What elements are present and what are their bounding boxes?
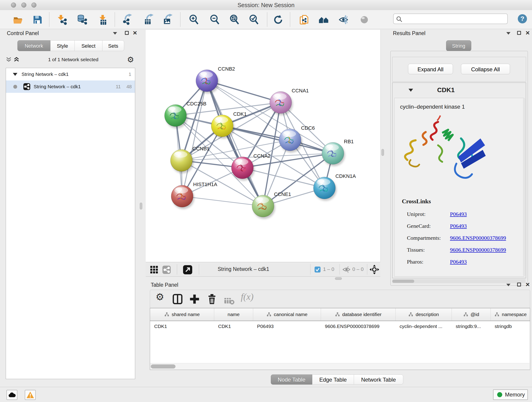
crosslink-link[interactable]: 9606.ENSP00000378699: [450, 235, 506, 241]
open-session-button[interactable]: [12, 14, 23, 25]
network-collection-row[interactable]: String Network – cdk1 1: [6, 68, 135, 80]
network-label: String Network – cdk1: [34, 84, 81, 89]
column-tree-icon: [335, 312, 340, 317]
node-label: RB1: [344, 139, 354, 144]
expand-all-icon[interactable]: [13, 56, 19, 63]
home-button[interactable]: [318, 14, 329, 25]
crosslink-link[interactable]: 9606.ENSP00000378699: [450, 247, 506, 253]
tab-select[interactable]: Select: [75, 40, 102, 51]
protein-card-collapse-icon[interactable]: [409, 89, 413, 92]
node-label: CCNB2: [218, 66, 235, 72]
bottom-splitter-handle[interactable]: [335, 277, 342, 280]
protein-card-header[interactable]: CDK1: [393, 83, 526, 97]
column-header-shared-name[interactable]: shared name: [150, 308, 214, 321]
selected-checkbox-icon[interactable]: [314, 266, 321, 273]
search-input[interactable]: [404, 14, 506, 24]
zoom-out-button[interactable]: [209, 14, 220, 25]
zoom-in-button[interactable]: [188, 14, 199, 25]
tab-string[interactable]: String: [446, 40, 471, 51]
column-header--id[interactable]: @id: [452, 308, 491, 321]
column-header-canonical-name[interactable]: canonical name: [253, 308, 321, 321]
grid-view-icon[interactable]: [150, 265, 158, 274]
table-panel-menu-icon[interactable]: [506, 282, 510, 287]
node-gloss: [216, 117, 222, 121]
refresh-button[interactable]: [272, 14, 283, 25]
cloud-status-button[interactable]: [6, 390, 17, 400]
right-splitter-handle[interactable]: [381, 149, 384, 156]
network-node-count: 11: [116, 84, 121, 89]
network-canvas[interactable]: CCNB2CCNA1CDC25BCDK1CDC6RB1CCNB1CCNA2CDK…: [146, 30, 380, 262]
table-cell[interactable]: CDK1: [150, 324, 214, 329]
column-header-namespace[interactable]: namespace: [491, 308, 530, 321]
network-status-dot: [13, 85, 17, 89]
collapse-all-button[interactable]: Collapse All: [461, 64, 510, 74]
node-table[interactable]: shared namename canonical name database …: [150, 308, 530, 370]
zoom-fit-button[interactable]: [229, 14, 240, 25]
collapse-all-icon[interactable]: [6, 56, 12, 63]
crosslink-link[interactable]: P06493: [450, 223, 467, 229]
export-image-button[interactable]: [162, 14, 172, 25]
column-header-name[interactable]: name: [214, 308, 253, 321]
table-cell[interactable]: 9606.ENSP00000378699: [321, 324, 395, 329]
tab-sets[interactable]: Sets: [102, 40, 124, 51]
results-panel-menu-icon[interactable]: [506, 31, 510, 36]
control-panel-float-icon[interactable]: [125, 30, 129, 35]
table-panel-close-icon[interactable]: ✕: [525, 282, 530, 287]
node-label: CCNA2: [253, 153, 271, 159]
network-list-view-icon[interactable]: [162, 265, 171, 274]
import-database-button[interactable]: [76, 14, 88, 25]
table-cell[interactable]: CDK1: [214, 324, 253, 329]
eye-button[interactable]: [359, 14, 370, 25]
crosslink-link[interactable]: P06493: [450, 259, 467, 265]
table-cell[interactable]: P06493: [253, 324, 321, 329]
table-horizontal-scrollbar[interactable]: [150, 363, 530, 370]
collection-count: 1: [128, 71, 131, 77]
table-cell[interactable]: stringdb:9...: [452, 324, 491, 329]
export-network-button[interactable]: [121, 14, 133, 25]
tab-network-table[interactable]: Network Table: [354, 375, 403, 385]
tab-style[interactable]: Style: [51, 40, 75, 51]
collection-expand-icon[interactable]: [13, 73, 17, 76]
tab-network[interactable]: Network: [17, 40, 51, 51]
show-columns-icon[interactable]: [172, 294, 183, 305]
network-edge[interactable]: [182, 81, 207, 196]
add-column-icon[interactable]: [189, 294, 200, 305]
network-options-gear-icon[interactable]: ⚙: [127, 56, 134, 64]
refresh-icon: [272, 14, 283, 25]
export-table-button[interactable]: [143, 14, 153, 25]
save-session-button[interactable]: [32, 14, 43, 25]
protein-structure-image: [404, 111, 489, 183]
help-button[interactable]: ?: [517, 14, 527, 24]
table-panel-float-icon[interactable]: [517, 282, 521, 287]
results-vertical-scrollbar[interactable]: [523, 98, 525, 276]
hide-eye-button[interactable]: [338, 14, 349, 25]
search-box[interactable]: [393, 13, 508, 24]
memory-button[interactable]: Memory: [493, 389, 528, 400]
open-session-icon: [12, 14, 23, 25]
column-header-description[interactable]: description: [395, 308, 452, 321]
results-panel-float-icon[interactable]: [517, 30, 521, 35]
column-header-database-identifier[interactable]: database identifier: [321, 308, 395, 321]
import-network-button[interactable]: [56, 14, 67, 25]
delete-column-trash-icon[interactable]: [206, 294, 217, 305]
left-splitter-handle[interactable]: [140, 203, 142, 210]
fit-content-crosshair-icon[interactable]: [369, 264, 380, 274]
warnings-button[interactable]: [25, 390, 36, 400]
zoom-in-icon: [188, 14, 199, 25]
copy-network-button[interactable]: [299, 14, 310, 25]
results-panel-close-icon[interactable]: ✕: [525, 30, 530, 35]
open-in-new-window-icon[interactable]: [183, 265, 192, 274]
expand-all-button[interactable]: Expand All: [408, 64, 453, 74]
table-cell[interactable]: stringdb: [491, 324, 530, 329]
zoom-selected-button[interactable]: [248, 14, 259, 25]
network-row[interactable]: String Network – cdk1 11 48: [6, 80, 135, 93]
control-panel-close-icon[interactable]: ✕: [133, 30, 137, 35]
crosslink-link[interactable]: P06493: [450, 211, 467, 217]
tab-edge-table[interactable]: Edge Table: [312, 375, 354, 385]
table-cell[interactable]: cyclin–dependent ...: [395, 324, 452, 329]
table-settings-gear-icon[interactable]: ⚙: [156, 291, 167, 302]
control-panel-menu-icon[interactable]: [113, 31, 117, 36]
table-row[interactable]: CDK1CDK1P064939606.ENSP00000378699cyclin…: [150, 321, 530, 332]
tab-node-table[interactable]: Node Table: [271, 375, 312, 385]
import-table-button[interactable]: [97, 14, 108, 25]
